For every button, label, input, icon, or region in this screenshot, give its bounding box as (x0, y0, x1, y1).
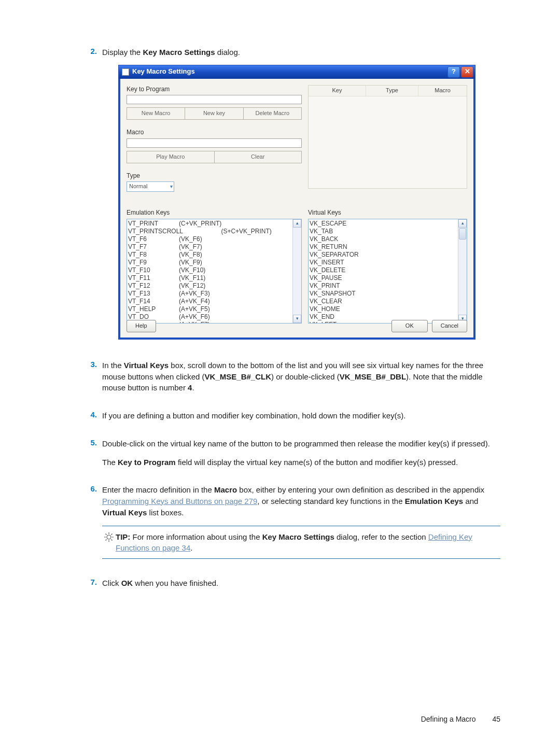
chevron-down-icon: ▾ (170, 183, 173, 191)
scroll-thumb[interactable] (459, 228, 466, 240)
clear-button[interactable]: Clear (215, 151, 302, 163)
step-5: 5. Double-click on the virtual key name … (80, 438, 500, 475)
bold: Macro (214, 485, 237, 494)
appendix-link[interactable]: Programming Keys and Buttons on page 279 (102, 497, 257, 505)
section-title: Defining a Macro (421, 715, 476, 723)
text: Enter the macro definition in the (102, 485, 214, 494)
ok-button[interactable]: OK (391, 320, 428, 332)
svg-point-0 (107, 535, 111, 539)
list-item[interactable]: VK_TAB (310, 228, 466, 235)
list-item[interactable]: VK_PRINT (310, 282, 466, 290)
scrollbar[interactable]: ▴ ▾ (292, 219, 301, 323)
macro-grid[interactable]: Key Type Macro (308, 85, 467, 189)
col-macro[interactable]: Macro (418, 86, 467, 96)
emulation-keys-listbox[interactable]: VT_PRINT(C+VK_PRINT)VT_PRINTSCROLL (S+C+… (127, 219, 302, 324)
page-number: 45 (492, 715, 500, 723)
scroll-up-icon[interactable]: ▴ (458, 219, 467, 228)
help-icon[interactable]: ? (447, 66, 460, 78)
macro-input[interactable] (127, 138, 302, 148)
list-item[interactable]: VT_F6(VK_F6) (128, 235, 300, 243)
text: dialog, refer to the section (334, 532, 428, 541)
delete-macro-button[interactable]: Delete Macro (244, 107, 302, 120)
list-item[interactable]: VT_F10(VK_F10) (128, 266, 300, 274)
key-to-program-label: Key to Program (127, 85, 302, 94)
list-item[interactable]: VK_RETURN (310, 243, 466, 251)
list-item[interactable]: VK_CLEAR (310, 298, 466, 305)
list-item[interactable]: VT_F9(VK_F9) (128, 259, 300, 266)
text: For more information about using the (130, 532, 262, 541)
key-to-program-input[interactable] (127, 95, 302, 104)
bold: OK (121, 579, 133, 587)
list-item[interactable]: VK_DELETE (310, 266, 466, 274)
list-item[interactable]: VK_SNAPSHOT (310, 290, 466, 298)
help-button[interactable]: Help (127, 320, 156, 332)
text: The (102, 458, 118, 467)
text: Double-click on the virtual key name of … (102, 438, 500, 449)
step-number: 7. (80, 578, 102, 596)
step-number: 6. (80, 484, 102, 568)
key-macro-settings-dialog: Key Macro Settings ? ✕ Key to Program Ne… (119, 65, 475, 339)
text: In the (102, 361, 124, 370)
list-item[interactable]: VT_F11(VK_F11) (128, 274, 300, 282)
scroll-up-icon[interactable]: ▴ (293, 219, 301, 228)
list-item[interactable]: VK_ESCAPE (310, 220, 466, 228)
text: ) or double-clicked ( (271, 372, 340, 381)
step-number: 3. (80, 360, 102, 401)
text: when you have finished. (133, 579, 218, 587)
emulation-keys-label: Emulation Keys (127, 208, 302, 217)
bold: Key Macro Settings (262, 532, 334, 541)
bold: VK_MSE_B#_CLK (205, 372, 271, 381)
list-item[interactable]: VT_PRINT(C+VK_PRINT) (128, 220, 300, 228)
bold: VK_MSE_B#_DBL (340, 372, 406, 381)
text: list boxes. (147, 508, 184, 517)
text: . (192, 383, 194, 392)
text: Click (102, 579, 121, 587)
tip-icon (102, 531, 116, 553)
bold: Key Macro Settings (143, 48, 215, 57)
virtual-keys-label: Virtual Keys (308, 208, 467, 217)
titlebar[interactable]: Key Macro Settings ? ✕ (119, 65, 475, 79)
scrollbar[interactable]: ▴ ▾ (458, 219, 467, 323)
bold: Virtual Keys (102, 508, 147, 517)
list-item[interactable]: VT_F8(VK_F8) (128, 251, 300, 259)
step-number: 5. (80, 438, 102, 475)
list-item[interactable]: VT_F14(A+VK_F4) (128, 298, 300, 305)
col-type[interactable]: Type (366, 86, 418, 96)
list-item[interactable]: VT_PRINTSCROLL (S+C+VK_PRINT) (128, 228, 300, 235)
close-icon[interactable]: ✕ (461, 66, 473, 78)
list-item[interactable]: VK_HOME (310, 305, 466, 313)
list-item[interactable]: VK_PAUSE (310, 274, 466, 282)
list-item[interactable]: VT_HELP(A+VK_F5) (128, 305, 300, 313)
type-select[interactable]: Normal ▾ (127, 181, 174, 192)
text: . (190, 543, 192, 552)
list-item[interactable]: VK_INSERT (310, 259, 466, 266)
virtual-keys-listbox[interactable]: VK_ESCAPEVK_TABVK_BACKVK_RETURNVK_SEPARA… (308, 219, 467, 324)
page-footer: Defining a Macro 45 (421, 715, 500, 723)
list-item[interactable]: VK_BACK (310, 235, 466, 243)
text: dialog. (215, 48, 240, 57)
text: box, either by entering your own definit… (237, 485, 484, 494)
list-item[interactable]: VT_F7(VK_F7) (128, 243, 300, 251)
text: , or selecting standard key functions in… (257, 497, 404, 505)
step-4: 4. If you are defining a button and modi… (80, 410, 500, 429)
list-item[interactable]: VT_F13(A+VK_F3) (128, 290, 300, 298)
new-macro-button[interactable]: New Macro (127, 107, 185, 120)
tip-prefix: TIP: (116, 532, 130, 541)
type-label: Type (127, 172, 302, 180)
step-number: 2. (80, 47, 102, 350)
list-item[interactable]: VT_F12(VK_F12) (128, 282, 300, 290)
window-title: Key Macro Settings (132, 67, 446, 77)
col-key[interactable]: Key (309, 86, 366, 96)
macro-label: Macro (127, 128, 302, 137)
play-macro-button[interactable]: Play Macro (127, 151, 215, 163)
step-2: 2. Display the Key Macro Settings dialog… (80, 47, 500, 350)
list-item[interactable]: VK_SEPARATOR (310, 251, 466, 259)
step-3: 3. In the Virtual Keys box, scroll down … (80, 360, 500, 401)
step-7: 7. Click OK when you have finished. (80, 578, 500, 596)
text: field will display the virtual key name(… (176, 458, 458, 467)
cancel-button[interactable]: Cancel (432, 320, 467, 332)
step-number: 4. (80, 410, 102, 429)
new-key-button[interactable]: New key (185, 107, 243, 120)
bold: Virtual Keys (124, 361, 169, 370)
bold: Key to Program (118, 458, 176, 467)
